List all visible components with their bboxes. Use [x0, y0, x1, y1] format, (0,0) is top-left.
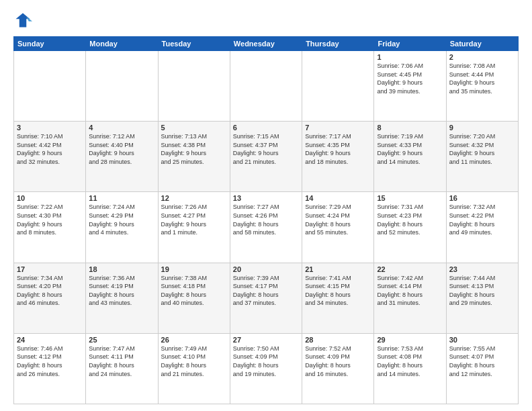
day-number: 22: [377, 265, 443, 273]
day-info: Sunrise: 7:15 AM Sunset: 4:37 PM Dayligh…: [233, 132, 299, 166]
day-cell: 19Sunrise: 7:38 AM Sunset: 4:18 PM Dayli…: [158, 263, 230, 333]
day-number: 25: [89, 336, 154, 344]
day-info: Sunrise: 7:38 AM Sunset: 4:18 PM Dayligh…: [161, 274, 227, 308]
day-cell: [230, 51, 302, 122]
day-info: Sunrise: 7:31 AM Sunset: 4:23 PM Dayligh…: [377, 203, 443, 236]
day-info: Sunrise: 7:17 AM Sunset: 4:35 PM Dayligh…: [305, 132, 371, 166]
day-info: Sunrise: 7:13 AM Sunset: 4:38 PM Dayligh…: [161, 132, 227, 166]
day-cell: 2Sunrise: 7:08 AM Sunset: 4:44 PM Daylig…: [446, 51, 518, 122]
day-info: Sunrise: 7:20 AM Sunset: 4:32 PM Dayligh…: [449, 132, 515, 166]
day-cell: 10Sunrise: 7:22 AM Sunset: 4:30 PM Dayli…: [14, 192, 86, 263]
day-number: 14: [305, 194, 371, 202]
day-info: Sunrise: 7:22 AM Sunset: 4:30 PM Dayligh…: [17, 203, 83, 236]
day-info: Sunrise: 7:52 AM Sunset: 4:09 PM Dayligh…: [305, 345, 371, 378]
weekday-tuesday: Tuesday: [158, 37, 230, 51]
weekday-row: SundayMondayTuesdayWednesdayThursdayFrid…: [14, 37, 519, 51]
day-number: 24: [17, 336, 83, 344]
day-info: Sunrise: 7:42 AM Sunset: 4:14 PM Dayligh…: [377, 274, 443, 308]
day-number: 17: [17, 265, 83, 273]
day-info: Sunrise: 7:27 AM Sunset: 4:26 PM Dayligh…: [233, 203, 299, 236]
day-info: Sunrise: 7:34 AM Sunset: 4:20 PM Dayligh…: [17, 274, 83, 308]
week-row-3: 17Sunrise: 7:34 AM Sunset: 4:20 PM Dayli…: [14, 263, 519, 333]
day-number: 19: [161, 265, 227, 273]
day-info: Sunrise: 7:41 AM Sunset: 4:15 PM Dayligh…: [305, 274, 371, 308]
day-cell: 7Sunrise: 7:17 AM Sunset: 4:35 PM Daylig…: [302, 122, 374, 192]
day-cell: [158, 51, 230, 122]
day-cell: 30Sunrise: 7:55 AM Sunset: 4:07 PM Dayli…: [446, 333, 518, 404]
day-info: Sunrise: 7:44 AM Sunset: 4:13 PM Dayligh…: [449, 274, 515, 308]
day-cell: 17Sunrise: 7:34 AM Sunset: 4:20 PM Dayli…: [14, 263, 86, 333]
day-number: 26: [161, 336, 227, 344]
day-info: Sunrise: 7:10 AM Sunset: 4:42 PM Dayligh…: [17, 132, 83, 166]
day-number: 15: [377, 194, 443, 202]
day-info: Sunrise: 7:12 AM Sunset: 4:40 PM Dayligh…: [89, 132, 154, 166]
day-number: 23: [449, 265, 515, 273]
day-cell: 11Sunrise: 7:24 AM Sunset: 4:29 PM Dayli…: [86, 192, 158, 263]
calendar-header: SundayMondayTuesdayWednesdayThursdayFrid…: [14, 37, 519, 51]
weekday-monday: Monday: [86, 37, 158, 51]
day-cell: 1Sunrise: 7:06 AM Sunset: 4:45 PM Daylig…: [374, 51, 446, 122]
svg-marker-0: [16, 13, 30, 28]
day-cell: [14, 51, 86, 122]
day-cell: 14Sunrise: 7:29 AM Sunset: 4:24 PM Dayli…: [302, 192, 374, 263]
day-info: Sunrise: 7:53 AM Sunset: 4:08 PM Dayligh…: [377, 345, 443, 378]
week-row-1: 3Sunrise: 7:10 AM Sunset: 4:42 PM Daylig…: [14, 122, 519, 192]
day-cell: 21Sunrise: 7:41 AM Sunset: 4:15 PM Dayli…: [302, 263, 374, 333]
day-cell: [302, 51, 374, 122]
day-cell: 23Sunrise: 7:44 AM Sunset: 4:13 PM Dayli…: [446, 263, 518, 333]
day-number: 20: [233, 265, 299, 273]
day-cell: 6Sunrise: 7:15 AM Sunset: 4:37 PM Daylig…: [230, 122, 302, 192]
day-info: Sunrise: 7:24 AM Sunset: 4:29 PM Dayligh…: [89, 203, 154, 236]
header: [13, 11, 519, 30]
day-info: Sunrise: 7:39 AM Sunset: 4:17 PM Dayligh…: [233, 274, 299, 308]
weekday-sunday: Sunday: [14, 37, 86, 51]
day-info: Sunrise: 7:50 AM Sunset: 4:09 PM Dayligh…: [233, 345, 299, 378]
day-info: Sunrise: 7:29 AM Sunset: 4:24 PM Dayligh…: [305, 203, 371, 236]
day-number: 3: [17, 124, 83, 132]
weekday-wednesday: Wednesday: [230, 37, 302, 51]
logo-icon: [13, 11, 32, 30]
logo: [13, 11, 35, 30]
day-cell: 8Sunrise: 7:19 AM Sunset: 4:33 PM Daylig…: [374, 122, 446, 192]
day-info: Sunrise: 7:49 AM Sunset: 4:10 PM Dayligh…: [161, 345, 227, 378]
day-info: Sunrise: 7:47 AM Sunset: 4:11 PM Dayligh…: [89, 345, 154, 378]
day-number: 6: [233, 124, 299, 132]
day-number: 8: [377, 124, 443, 132]
week-row-0: 1Sunrise: 7:06 AM Sunset: 4:45 PM Daylig…: [14, 51, 519, 122]
day-number: 13: [233, 194, 299, 202]
day-number: 7: [305, 124, 371, 132]
day-number: 12: [161, 194, 227, 202]
day-number: 4: [89, 124, 154, 132]
day-cell: 15Sunrise: 7:31 AM Sunset: 4:23 PM Dayli…: [374, 192, 446, 263]
day-info: Sunrise: 7:26 AM Sunset: 4:27 PM Dayligh…: [161, 203, 227, 236]
day-number: 30: [449, 336, 515, 344]
day-number: 29: [377, 336, 443, 344]
day-cell: 3Sunrise: 7:10 AM Sunset: 4:42 PM Daylig…: [14, 122, 86, 192]
day-cell: 29Sunrise: 7:53 AM Sunset: 4:08 PM Dayli…: [374, 333, 446, 404]
day-info: Sunrise: 7:32 AM Sunset: 4:22 PM Dayligh…: [449, 203, 515, 236]
calendar-body: 1Sunrise: 7:06 AM Sunset: 4:45 PM Daylig…: [14, 51, 519, 404]
day-info: Sunrise: 7:08 AM Sunset: 4:44 PM Dayligh…: [449, 62, 515, 95]
day-number: 16: [449, 194, 515, 202]
weekday-thursday: Thursday: [302, 37, 374, 51]
day-info: Sunrise: 7:46 AM Sunset: 4:12 PM Dayligh…: [17, 345, 83, 378]
page: SundayMondayTuesdayWednesdayThursdayFrid…: [0, 0, 532, 411]
day-number: 27: [233, 336, 299, 344]
day-number: 10: [17, 194, 83, 202]
day-cell: 26Sunrise: 7:49 AM Sunset: 4:10 PM Dayli…: [158, 333, 230, 404]
day-cell: 25Sunrise: 7:47 AM Sunset: 4:11 PM Dayli…: [86, 333, 158, 404]
day-cell: 18Sunrise: 7:36 AM Sunset: 4:19 PM Dayli…: [86, 263, 158, 333]
day-number: 11: [89, 194, 154, 202]
calendar: SundayMondayTuesdayWednesdayThursdayFrid…: [13, 36, 519, 404]
day-cell: [86, 51, 158, 122]
day-cell: 28Sunrise: 7:52 AM Sunset: 4:09 PM Dayli…: [302, 333, 374, 404]
day-info: Sunrise: 7:55 AM Sunset: 4:07 PM Dayligh…: [449, 345, 515, 378]
day-number: 1: [377, 53, 443, 61]
weekday-saturday: Saturday: [446, 37, 518, 51]
week-row-2: 10Sunrise: 7:22 AM Sunset: 4:30 PM Dayli…: [14, 192, 519, 263]
day-info: Sunrise: 7:36 AM Sunset: 4:19 PM Dayligh…: [89, 274, 154, 308]
weekday-friday: Friday: [374, 37, 446, 51]
day-number: 21: [305, 265, 371, 273]
day-cell: 27Sunrise: 7:50 AM Sunset: 4:09 PM Dayli…: [230, 333, 302, 404]
day-number: 2: [449, 53, 515, 61]
